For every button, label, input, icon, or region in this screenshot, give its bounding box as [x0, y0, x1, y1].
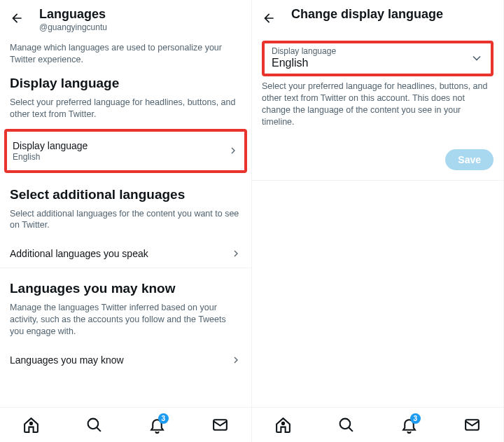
svg-point-5 — [340, 419, 351, 429]
dropdown-value: English — [272, 57, 470, 69]
svg-point-4 — [282, 422, 284, 424]
nav-home[interactable] — [22, 416, 40, 434]
header: Change display language — [252, 0, 503, 31]
chevron-right-icon — [227, 145, 239, 156]
save-button[interactable]: Save — [445, 149, 493, 170]
display-language-heading: Display language — [10, 76, 241, 91]
display-language-row-title: Display language — [13, 140, 227, 151]
nav-home[interactable] — [274, 416, 292, 434]
content: Display language English Select your pre… — [252, 31, 503, 442]
home-icon — [274, 416, 292, 434]
display-language-row[interactable]: Display language English — [7, 132, 244, 170]
chevron-down-icon — [470, 51, 484, 65]
back-button[interactable] — [10, 11, 24, 25]
page-title: Languages — [39, 7, 241, 22]
notification-badge: 3 — [410, 413, 421, 424]
additional-languages-desc: Select additional languages for the cont… — [10, 208, 241, 232]
header: Languages @guangyingcuntu — [0, 0, 251, 38]
bottom-nav: 3 — [0, 407, 251, 442]
may-know-row[interactable]: Languages you may know — [0, 346, 251, 374]
nav-messages[interactable] — [463, 416, 481, 434]
change-language-desc: Select your preferred language for headl… — [262, 81, 493, 128]
search-icon — [337, 416, 355, 434]
nav-messages[interactable] — [211, 416, 229, 434]
may-know-heading: Languages you may know — [10, 281, 241, 296]
back-button[interactable] — [262, 11, 276, 25]
username: @guangyingcuntu — [39, 22, 241, 32]
home-icon — [22, 416, 40, 434]
additional-languages-row-title: Additional languages you speak — [10, 248, 230, 259]
svg-line-2 — [97, 427, 101, 431]
mail-icon — [463, 416, 481, 434]
language-dropdown[interactable]: Display language English — [262, 41, 493, 76]
additional-languages-row[interactable]: Additional languages you speak — [0, 240, 251, 268]
notification-badge: 3 — [158, 413, 169, 424]
nav-notifications[interactable]: 3 — [148, 416, 166, 434]
additional-languages-heading: Select additional languages — [10, 187, 241, 202]
change-language-panel: Change display language Display language… — [252, 0, 504, 442]
may-know-desc: Manage the languages Twitter inferred ba… — [10, 302, 241, 338]
mail-icon — [211, 416, 229, 434]
chevron-right-icon — [230, 248, 241, 259]
nav-notifications[interactable]: 3 — [400, 416, 418, 434]
nav-search[interactable] — [85, 416, 103, 434]
svg-point-1 — [88, 419, 99, 429]
svg-line-6 — [349, 427, 353, 431]
intro-text: Manage which languages are used to perso… — [10, 42, 241, 66]
display-language-highlight: Display language English — [4, 129, 247, 173]
bottom-nav: 3 — [252, 407, 503, 442]
display-language-desc: Select your preferred language for headl… — [10, 97, 241, 120]
chevron-right-icon — [230, 354, 241, 366]
content: Manage which languages are used to perso… — [0, 38, 251, 442]
arrow-left-icon — [10, 11, 24, 25]
nav-search[interactable] — [337, 416, 355, 434]
page-title: Change display language — [291, 7, 493, 22]
display-language-row-value: English — [13, 152, 227, 162]
languages-panel: Languages @guangyingcuntu Manage which l… — [0, 0, 252, 442]
arrow-left-icon — [262, 11, 276, 25]
save-row: Save — [252, 138, 503, 181]
svg-point-0 — [30, 422, 32, 424]
dropdown-label: Display language — [272, 46, 470, 56]
search-icon — [85, 416, 103, 434]
may-know-row-title: Languages you may know — [10, 354, 230, 366]
